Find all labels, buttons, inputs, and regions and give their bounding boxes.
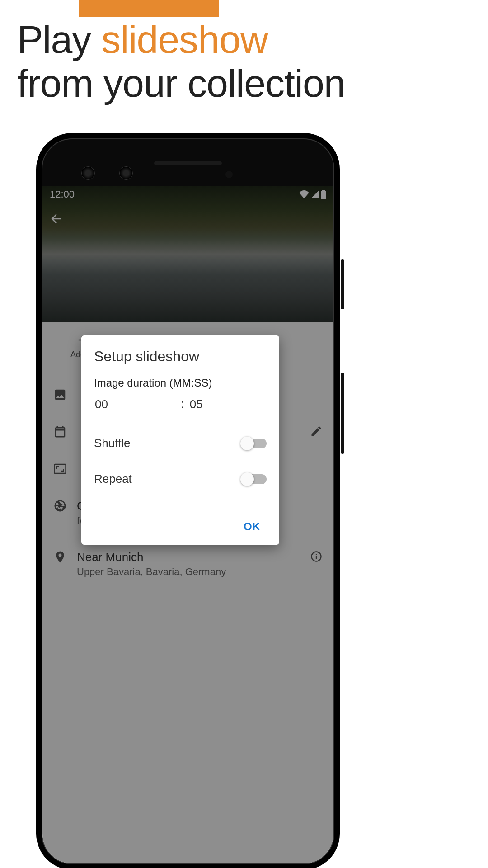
phone-camera <box>81 166 95 180</box>
hero-word-slideshow: slideshow <box>101 18 268 61</box>
phone-speaker <box>154 161 222 165</box>
repeat-toggle[interactable] <box>241 474 267 484</box>
repeat-label: Repeat <box>94 472 132 486</box>
phone-screen: 12:00 Add to <box>42 186 333 863</box>
duration-colon: : <box>181 397 184 415</box>
slideshow-dialog: Setup slideshow Image duration (MM:SS) 0… <box>81 335 279 545</box>
hero-headline: Play slideshow from your collection <box>17 18 345 104</box>
minutes-input[interactable]: 00 <box>94 396 172 416</box>
seconds-input[interactable]: 05 <box>189 396 267 416</box>
shuffle-toggle[interactable] <box>241 439 267 448</box>
phone-camera <box>119 166 133 180</box>
side-button <box>341 259 344 309</box>
phone-bezel: 12:00 Add to <box>42 138 334 864</box>
hero-word-play: Play <box>17 18 91 61</box>
dialog-title: Setup slideshow <box>94 348 267 365</box>
duration-label: Image duration (MM:SS) <box>94 377 267 389</box>
shuffle-row: Shuffle <box>94 428 267 464</box>
shuffle-label: Shuffle <box>94 436 130 450</box>
hero-line2: from your collection <box>17 62 345 105</box>
repeat-row: Repeat <box>94 464 267 500</box>
phone-frame: 12:00 Add to <box>36 133 340 868</box>
side-button <box>341 373 344 454</box>
phone-sensor <box>225 171 233 178</box>
ok-button[interactable]: OK <box>237 516 267 538</box>
accent-bar <box>79 0 219 17</box>
